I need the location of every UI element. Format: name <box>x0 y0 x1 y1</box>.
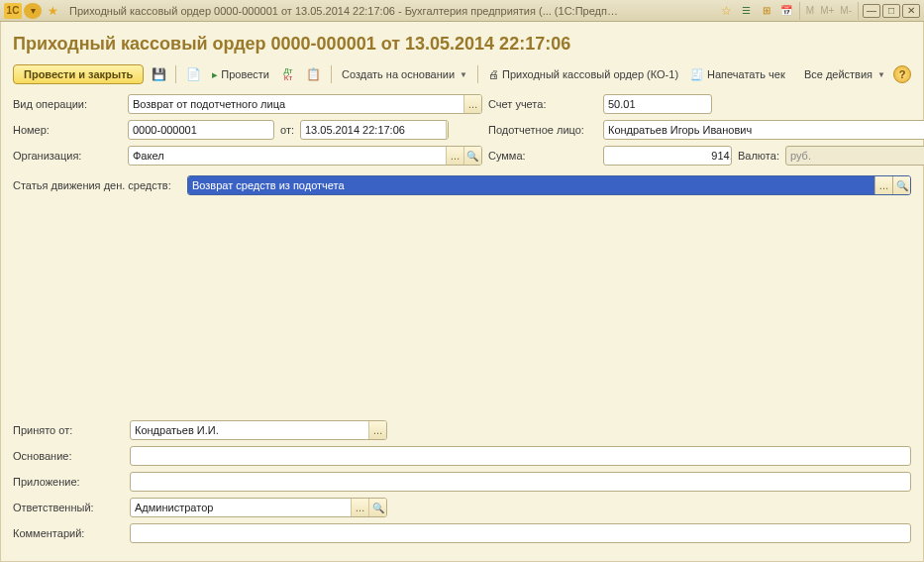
date-field[interactable]: 📅 <box>300 120 449 140</box>
help-icon[interactable]: ? <box>893 65 911 83</box>
save-icon[interactable]: 💾 <box>148 64 169 84</box>
nav-list-icon[interactable]: ☰ <box>738 3 756 19</box>
org-input[interactable] <box>129 147 446 165</box>
content-area: Приходный кассовый ордер 0000-000001 от … <box>0 22 924 562</box>
ellipsis-icon[interactable]: … <box>446 147 463 165</box>
search-icon[interactable]: 🔍 <box>463 147 481 165</box>
print-ko1-button[interactable]: 🖨 Приходный кассовый ордер (КО-1) <box>484 66 682 82</box>
number-input[interactable] <box>129 121 273 139</box>
org-field[interactable]: … 🔍 <box>128 146 482 166</box>
dds-label: Статья движения ден. средств: <box>13 179 181 191</box>
currency-input <box>786 147 924 165</box>
op-type-field[interactable]: … <box>128 94 482 114</box>
op-type-label: Вид операции: <box>13 98 122 110</box>
ellipsis-icon[interactable]: … <box>463 95 481 113</box>
minimize-icon[interactable]: — <box>863 4 880 18</box>
responsible-input[interactable] <box>131 499 351 516</box>
dds-value[interactable]: Возврат средств из подотчета <box>188 176 874 194</box>
account-label: Счет учета: <box>488 98 597 110</box>
date-prefix-label: от: <box>280 124 294 136</box>
chevron-down-icon: ▼ <box>877 70 885 79</box>
basis-input[interactable] <box>131 447 910 465</box>
dtkt-icon[interactable]: ДтКт <box>277 64 299 84</box>
comment-field[interactable] <box>130 523 911 543</box>
received-input[interactable] <box>131 421 368 439</box>
calculator-icon[interactable]: ⊞ <box>758 3 775 19</box>
op-type-input[interactable] <box>129 95 463 113</box>
submit-and-close-button[interactable]: Провести и закрыть <box>13 64 144 84</box>
mem-mplus[interactable]: M+ <box>818 5 836 16</box>
currency-label: Валюта: <box>738 150 779 162</box>
date-input[interactable] <box>301 121 446 139</box>
form-grid: Вид операции: … Счет учета: … 🔍 Номер: о… <box>13 94 911 166</box>
favorite-star-icon[interactable]: ★ <box>44 3 61 19</box>
calendar-icon[interactable]: 📅 <box>777 3 795 19</box>
sum-input[interactable] <box>604 147 732 165</box>
dds-field[interactable]: Возврат средств из подотчета … 🔍 <box>187 175 911 195</box>
ellipsis-icon[interactable]: … <box>351 499 368 516</box>
search-icon[interactable]: 🔍 <box>368 499 386 516</box>
attach-label: Приложение: <box>13 476 122 488</box>
page-title: Приходный кассовый ордер 0000-000001 от … <box>13 34 911 55</box>
app-logo-icon[interactable]: 1C <box>4 3 22 19</box>
number-field[interactable] <box>128 120 274 140</box>
person-field[interactable]: … 🔍 <box>603 120 924 140</box>
window-title: Приходный кассовый ордер 0000-000001 от … <box>69 5 624 17</box>
attach-input[interactable] <box>131 473 910 491</box>
sum-label: Сумма: <box>488 150 597 162</box>
mem-m[interactable]: M <box>804 5 816 16</box>
account-input[interactable] <box>604 95 712 113</box>
ellipsis-icon[interactable]: … <box>368 421 386 439</box>
nav-back-icon[interactable]: ▾ <box>24 3 42 19</box>
number-label: Номер: <box>13 124 122 136</box>
person-label: Подотчетное лицо: <box>488 124 597 136</box>
mem-mminus[interactable]: M- <box>838 5 854 16</box>
org-label: Организация: <box>13 150 122 162</box>
toolbar: Провести и закрыть 💾 📄 ▸ Провести ДтКт 📋… <box>13 64 911 84</box>
maximize-icon[interactable]: □ <box>882 4 900 18</box>
chevron-down-icon: ▼ <box>460 70 467 79</box>
print-check-button[interactable]: 🧾 Напечатать чек <box>686 66 789 83</box>
titlebar: 1C ▾ ★ Приходный кассовый ордер 0000-000… <box>0 0 924 22</box>
ellipsis-icon[interactable]: … <box>874 176 892 194</box>
currency-field: … 🔍 <box>785 146 924 166</box>
comment-input[interactable] <box>131 524 910 542</box>
load-icon[interactable]: 📄 <box>182 64 204 84</box>
basis-field[interactable] <box>130 446 911 466</box>
basis-label: Основание: <box>13 450 122 462</box>
responsible-field[interactable]: … 🔍 <box>130 498 387 517</box>
comment-label: Комментарий: <box>13 527 122 539</box>
close-icon[interactable]: ✕ <box>902 4 920 18</box>
search-icon[interactable]: 🔍 <box>892 176 910 194</box>
bottom-form: Принято от: … Основание: Приложение: Отв… <box>13 420 911 549</box>
submit-button[interactable]: ▸ Провести <box>208 66 273 83</box>
account-field[interactable]: … 🔍 <box>603 94 712 114</box>
favorite2-icon[interactable]: ☆ <box>718 3 736 19</box>
attach-field[interactable] <box>130 472 911 492</box>
receipt-icon: 🧾 <box>690 68 704 81</box>
sum-field[interactable]: ⊞ <box>603 146 732 166</box>
dds-row: Статья движения ден. средств: Возврат ср… <box>13 175 911 195</box>
received-field[interactable]: … <box>130 420 387 440</box>
received-label: Принято от: <box>13 424 122 436</box>
all-actions-button[interactable]: Все действия ▼ <box>800 66 889 82</box>
calendar-icon[interactable]: 📅 <box>446 121 449 139</box>
person-input[interactable] <box>604 121 924 139</box>
document-icon[interactable]: 📋 <box>303 64 325 84</box>
responsible-label: Ответственный: <box>13 502 122 513</box>
printer-icon: 🖨 <box>488 68 499 80</box>
submit-play-icon: ▸ <box>212 68 218 81</box>
create-based-button[interactable]: Создать на основании ▼ <box>338 66 471 82</box>
